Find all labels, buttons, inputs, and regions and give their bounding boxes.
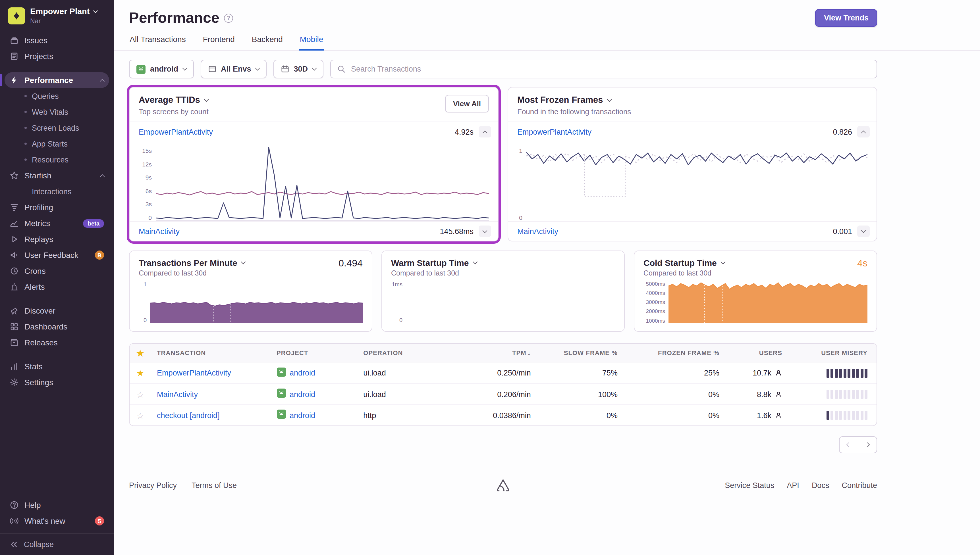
- date-range-dropdown[interactable]: 30D: [273, 59, 323, 79]
- transaction-link[interactable]: EmpowerPlantActivity: [517, 128, 591, 136]
- tab-frontend[interactable]: Frontend: [202, 35, 235, 50]
- next-page-button[interactable]: [858, 436, 877, 453]
- previous-page-button[interactable]: [839, 436, 858, 453]
- transaction-link[interactable]: EmpowerPlantActivity: [157, 369, 276, 377]
- column-header-users[interactable]: USERS: [720, 350, 782, 356]
- tpm-area-chart: [150, 281, 363, 323]
- project-link[interactable]: android: [290, 390, 315, 398]
- privacy-policy-link[interactable]: Privacy Policy: [129, 481, 177, 489]
- project-link[interactable]: android: [290, 411, 315, 420]
- project-link[interactable]: android: [290, 369, 315, 377]
- sidebar-item-settings[interactable]: Settings: [5, 374, 109, 390]
- sidebar-item-profiling[interactable]: Profiling: [5, 199, 109, 215]
- transaction-link[interactable]: checkout [android]: [157, 411, 276, 420]
- table-row[interactable]: ☆ checkout [android] android http 0.0386…: [130, 404, 877, 425]
- api-link[interactable]: API: [787, 481, 799, 489]
- transaction-link[interactable]: MainActivity: [157, 390, 276, 398]
- sidebar-item-resources[interactable]: Resources: [5, 152, 109, 168]
- star-toggle[interactable]: ★: [137, 369, 157, 377]
- expand-row-button[interactable]: [479, 226, 491, 237]
- project-filter-dropdown[interactable]: android: [129, 59, 194, 79]
- sidebar-item-alerts[interactable]: Alerts: [5, 279, 109, 295]
- card-title-dropdown[interactable]: Most Frozen Frames: [517, 95, 631, 105]
- ttid-line-chart: [156, 147, 489, 221]
- chevron-down-icon: [473, 260, 477, 265]
- service-status-link[interactable]: Service Status: [725, 481, 774, 489]
- y-axis: 1ms0: [391, 281, 406, 323]
- sidebar-item-dashboards[interactable]: Dashboards: [5, 319, 109, 335]
- page-title: Performance: [129, 9, 219, 27]
- collapse-row-button[interactable]: [857, 126, 870, 138]
- sidebar-item-queries[interactable]: Queries: [5, 88, 109, 104]
- sidebar-item-starfish[interactable]: Starfish: [5, 168, 109, 183]
- siren-icon: [10, 282, 19, 292]
- help-circle-icon[interactable]: [224, 13, 233, 22]
- sidebar-item-replays[interactable]: Replays: [5, 231, 109, 247]
- star-toggle[interactable]: ☆: [137, 390, 157, 398]
- terms-of-use-link[interactable]: Terms of Use: [191, 481, 237, 489]
- tpm-value: 0.494: [339, 258, 363, 269]
- sidebar-item-user-feedback[interactable]: User Feedback B: [5, 247, 109, 263]
- contribute-link[interactable]: Contribute: [842, 481, 877, 489]
- tab-mobile[interactable]: Mobile: [299, 35, 324, 50]
- column-header-tpm[interactable]: TPM↓: [465, 350, 531, 356]
- card-title-dropdown[interactable]: Warm Startup Time: [391, 258, 477, 268]
- table-row[interactable]: ☆ MainActivity android ui.load 0.206/min…: [130, 383, 877, 404]
- sidebar-item-issues[interactable]: Issues: [5, 32, 109, 48]
- card-title-dropdown[interactable]: Transactions Per Minute: [139, 258, 245, 268]
- docs-link[interactable]: Docs: [812, 481, 829, 489]
- replays-icon: [10, 234, 19, 244]
- sidebar-item-interactions[interactable]: Interactions: [5, 183, 109, 199]
- sidebar-item-stats[interactable]: Stats: [5, 358, 109, 374]
- view-trends-button[interactable]: View Trends: [815, 9, 877, 27]
- y-axis: 15s12s9s6s3s0: [135, 147, 156, 221]
- sidebar-item-performance[interactable]: Performance: [5, 72, 109, 88]
- transactions-per-minute-card: Transactions Per Minute Compared to last…: [129, 250, 372, 332]
- card-title-dropdown[interactable]: Cold Startup Time: [643, 258, 725, 268]
- chevron-down-icon: [93, 8, 98, 13]
- column-header-slow-frame[interactable]: SLOW FRAME %: [531, 350, 618, 356]
- search-input[interactable]: [350, 64, 870, 74]
- transaction-link[interactable]: MainActivity: [517, 227, 558, 236]
- sentry-logo-icon: [496, 478, 511, 492]
- org-name: Empower Plant: [30, 7, 90, 16]
- transaction-link[interactable]: EmpowerPlantActivity: [139, 128, 213, 136]
- sidebar-item-crons[interactable]: Crons: [5, 263, 109, 279]
- star-column-header-icon: ★: [137, 348, 157, 357]
- notification-badge: 5: [95, 517, 104, 526]
- card-title-dropdown[interactable]: Average TTIDs: [139, 95, 209, 105]
- calendar-icon: [281, 65, 289, 73]
- star-icon: [10, 171, 19, 180]
- tab-all-transactions[interactable]: All Transactions: [129, 35, 186, 50]
- sidebar-item-screen-loads[interactable]: Screen Loads: [5, 120, 109, 136]
- collapse-row-button[interactable]: [479, 126, 491, 138]
- column-header-operation[interactable]: OPERATION: [363, 350, 465, 356]
- tab-backend[interactable]: Backend: [251, 35, 283, 50]
- sidebar-item-discover[interactable]: Discover: [5, 303, 109, 319]
- column-header-frozen-frame[interactable]: FROZEN FRAME %: [618, 350, 720, 356]
- sidebar-item-releases[interactable]: Releases: [5, 335, 109, 351]
- table-row[interactable]: ★ EmpowerPlantActivity android ui.load 0…: [130, 363, 877, 383]
- sidebar-item-projects[interactable]: Projects: [5, 48, 109, 64]
- chevron-down-icon: [182, 66, 187, 71]
- bullet-icon: [24, 143, 27, 145]
- column-header-project[interactable]: PROJECT: [276, 350, 363, 356]
- sidebar-item-web-vitals[interactable]: Web Vitals: [5, 104, 109, 120]
- profiling-icon: [10, 203, 19, 212]
- transaction-link[interactable]: MainActivity: [139, 227, 180, 236]
- sidebar-item-metrics[interactable]: Metrics beta: [5, 215, 109, 231]
- star-toggle[interactable]: ☆: [137, 411, 157, 420]
- column-header-user-misery[interactable]: USER MISERY: [782, 350, 868, 356]
- view-all-button[interactable]: View All: [445, 95, 489, 112]
- column-header-transaction[interactable]: TRANSACTION: [157, 350, 276, 356]
- sidebar-item-help[interactable]: Help: [5, 497, 109, 513]
- sidebar-collapse-button[interactable]: Collapse: [0, 533, 114, 555]
- sidebar-item-whats-new[interactable]: What's new 5: [5, 513, 109, 529]
- org-switcher[interactable]: Empower Plant Nar: [0, 0, 114, 29]
- search-transactions-box: [330, 59, 877, 79]
- metrics-icon: [10, 219, 19, 228]
- telescope-icon: [10, 306, 19, 315]
- environment-filter-dropdown[interactable]: All Envs: [200, 59, 267, 79]
- sidebar-item-app-starts[interactable]: App Starts: [5, 136, 109, 152]
- expand-row-button[interactable]: [857, 226, 870, 237]
